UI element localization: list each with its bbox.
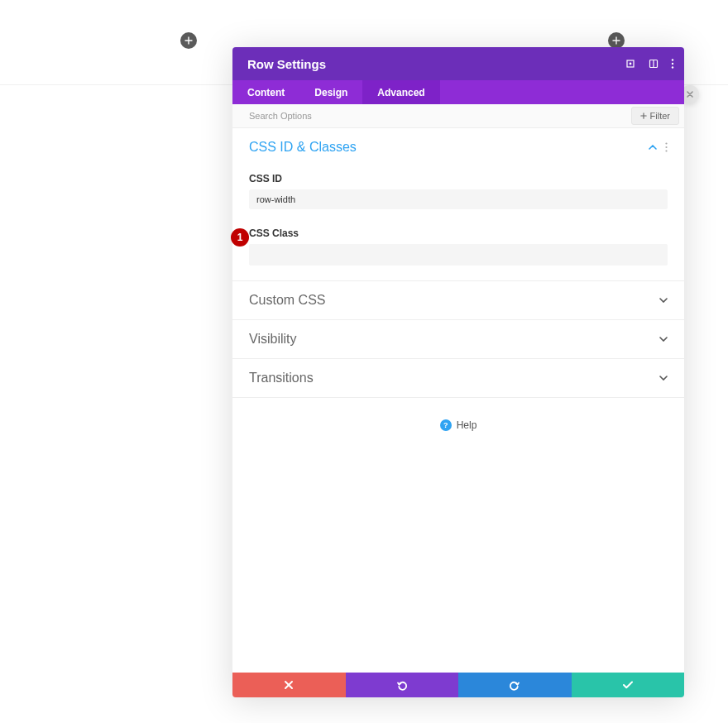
section-custom-css-header[interactable]: Custom CSS bbox=[232, 280, 684, 319]
svg-point-8 bbox=[665, 146, 667, 148]
css-id-input[interactable] bbox=[249, 189, 668, 209]
section-title: Visibility bbox=[249, 332, 297, 347]
chevron-down-icon bbox=[659, 337, 668, 342]
svg-point-7 bbox=[665, 142, 667, 144]
row-settings-modal: Row Settings Content Design Advanced Fil… bbox=[232, 47, 684, 697]
modal-header: Row Settings bbox=[232, 47, 684, 80]
css-id-label: CSS ID bbox=[249, 173, 668, 184]
svg-point-4 bbox=[672, 59, 673, 60]
redo-button[interactable] bbox=[458, 673, 572, 697]
section-visibility-header[interactable]: Visibility bbox=[232, 319, 684, 358]
svg-point-5 bbox=[672, 63, 673, 65]
modal-footer bbox=[232, 673, 684, 697]
css-class-label: CSS Class bbox=[249, 227, 668, 239]
chevron-down-icon bbox=[659, 376, 668, 381]
more-icon[interactable] bbox=[671, 58, 674, 69]
expand-icon[interactable] bbox=[625, 58, 636, 69]
section-title: CSS ID & Classes bbox=[249, 140, 357, 155]
tabs: Content Design Advanced bbox=[232, 80, 684, 104]
section-title: Transitions bbox=[249, 371, 314, 385]
snap-icon[interactable] bbox=[648, 58, 659, 69]
filter-button[interactable]: Filter bbox=[631, 107, 679, 125]
svg-point-9 bbox=[665, 150, 667, 151]
save-button[interactable] bbox=[572, 673, 685, 697]
svg-point-1 bbox=[630, 63, 632, 65]
css-class-input[interactable] bbox=[249, 244, 668, 266]
add-element-button-right[interactable] bbox=[608, 32, 625, 49]
cancel-button[interactable] bbox=[232, 673, 346, 697]
filter-label: Filter bbox=[650, 111, 670, 121]
section-transitions-header[interactable]: Transitions bbox=[232, 358, 684, 398]
add-element-button-left[interactable] bbox=[180, 32, 197, 49]
modal-body: CSS ID & Classes CSS ID CSS Class Custom… bbox=[232, 128, 684, 673]
tab-content[interactable]: Content bbox=[232, 80, 299, 104]
svg-point-6 bbox=[672, 66, 673, 68]
section-css-id-classes-header[interactable]: CSS ID & Classes bbox=[232, 128, 684, 166]
section-more-icon[interactable] bbox=[665, 142, 668, 152]
chevron-down-icon bbox=[659, 298, 668, 303]
tab-advanced[interactable]: Advanced bbox=[362, 80, 439, 104]
help-icon: ? bbox=[440, 419, 452, 431]
section-title: Custom CSS bbox=[249, 293, 325, 308]
modal-title: Row Settings bbox=[247, 57, 326, 71]
tab-design[interactable]: Design bbox=[299, 80, 362, 104]
header-actions bbox=[625, 58, 674, 69]
section-css-id-classes-body: CSS ID CSS Class bbox=[232, 173, 684, 280]
search-input[interactable] bbox=[232, 104, 631, 127]
undo-button[interactable] bbox=[346, 673, 459, 697]
search-row: Filter bbox=[232, 104, 684, 128]
help-label: Help bbox=[457, 419, 477, 431]
help-link[interactable]: ? Help bbox=[232, 398, 684, 452]
chevron-up-icon bbox=[649, 145, 657, 150]
annotation-badge-1: 1 bbox=[231, 228, 249, 247]
